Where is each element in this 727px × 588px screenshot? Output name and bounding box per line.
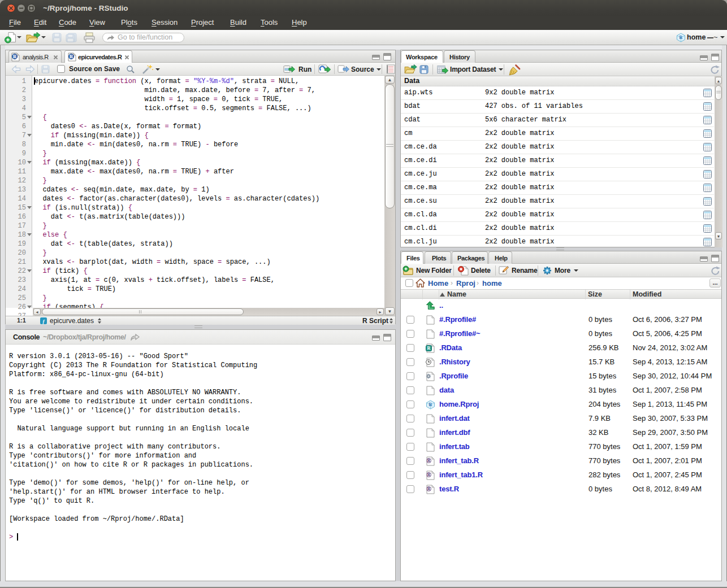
svg-text:R: R — [427, 472, 431, 477]
svg-text:R: R — [680, 35, 683, 40]
svg-text:R: R — [427, 486, 431, 491]
svg-text:R: R — [429, 402, 432, 407]
svg-text:R: R — [427, 458, 431, 463]
svg-text:R: R — [427, 346, 431, 351]
svg-text:R: R — [70, 54, 73, 59]
svg-text:R: R — [13, 54, 17, 59]
